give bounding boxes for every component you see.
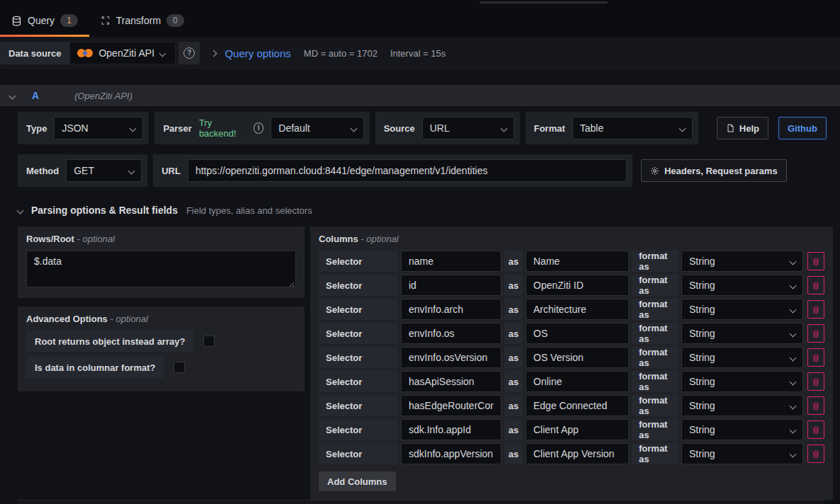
- datasource-help-button[interactable]: ?: [178, 42, 200, 64]
- rows-root-title: Rows/Root - optional: [26, 234, 296, 244]
- headers-request-params-button[interactable]: Headers, Request params: [641, 159, 787, 182]
- column-format-select[interactable]: String: [681, 299, 803, 320]
- column-selector-input[interactable]: [401, 275, 501, 296]
- column-alias-input[interactable]: [526, 299, 629, 320]
- format-as-label: format as: [632, 395, 679, 416]
- columns-panel: Columns - optional Selector as format as…: [310, 227, 833, 500]
- options-row-1: Type JSON Parser Try backend! i Default …: [18, 112, 824, 144]
- column-format-select[interactable]: String: [681, 251, 803, 272]
- column-alias-input[interactable]: [526, 395, 629, 416]
- trash-icon: [812, 257, 820, 266]
- delete-column-button[interactable]: [807, 252, 824, 270]
- column-alias-input[interactable]: [526, 347, 629, 368]
- trash-icon: [812, 305, 820, 314]
- headers-button-label: Headers, Request params: [664, 166, 778, 176]
- delete-column-button[interactable]: [807, 396, 824, 415]
- delete-column-button[interactable]: [807, 348, 824, 367]
- format-field-group: Format Table: [526, 112, 698, 144]
- column-format-select[interactable]: String: [681, 371, 803, 392]
- github-button[interactable]: Github: [778, 117, 827, 139]
- selector-label: Selector: [319, 419, 398, 440]
- max-data-points-text: MD = auto = 1702: [304, 48, 378, 59]
- column-alias-input[interactable]: [526, 275, 629, 296]
- selector-label: Selector: [319, 251, 398, 272]
- query-count-badge: 1: [60, 14, 78, 27]
- column-alias-input[interactable]: [526, 419, 629, 440]
- column-format-select[interactable]: String: [681, 443, 803, 464]
- format-as-label: format as: [632, 419, 679, 440]
- delete-column-button[interactable]: [807, 324, 824, 343]
- columnar-format-checkbox[interactable]: [174, 362, 185, 373]
- column-selector-input[interactable]: [401, 443, 501, 464]
- column-alias-input[interactable]: [526, 443, 629, 464]
- column-alias-input[interactable]: [526, 251, 629, 272]
- delete-column-button[interactable]: [807, 445, 824, 463]
- chevron-down-icon: [500, 125, 507, 132]
- delete-column-button[interactable]: [807, 300, 824, 319]
- column-selector-input[interactable]: [401, 371, 501, 392]
- column-format-select[interactable]: String: [681, 275, 803, 296]
- query-options-toggle[interactable]: Query options: [225, 47, 290, 59]
- column-row: Selector as format as String: [319, 371, 824, 392]
- source-label: Source: [384, 123, 415, 134]
- collapse-chevron-icon[interactable]: [9, 92, 16, 99]
- url-input[interactable]: [188, 159, 627, 182]
- chevron-down-icon: [790, 258, 797, 265]
- rows-root-input[interactable]: $.data: [26, 251, 296, 287]
- delete-column-button[interactable]: [807, 372, 824, 391]
- root-returns-object-checkbox[interactable]: [203, 336, 215, 347]
- parser-select[interactable]: Default: [271, 117, 363, 139]
- source-field-group: Source URL: [375, 112, 520, 144]
- add-columns-button[interactable]: Add Columns: [319, 471, 396, 491]
- type-field-group: Type JSON: [18, 112, 149, 144]
- datasource-picker[interactable]: OpenZiti API: [69, 42, 176, 64]
- chevron-down-icon: [790, 354, 797, 361]
- chevron-down-icon: [790, 306, 797, 313]
- optional-label: - optional: [77, 234, 115, 244]
- column-selector-input[interactable]: [401, 419, 501, 440]
- delete-column-button[interactable]: [807, 420, 824, 439]
- parsing-section-toggle[interactable]: Parsing options & Result fields Field ty…: [18, 202, 824, 218]
- query-row-header[interactable]: A (OpenZiti API): [0, 85, 840, 106]
- column-format-select[interactable]: String: [681, 323, 803, 344]
- as-label: as: [504, 299, 523, 320]
- type-select[interactable]: JSON: [54, 117, 143, 139]
- help-button[interactable]: Help: [717, 117, 768, 139]
- as-label: as: [504, 275, 523, 296]
- datasource-toolbar: Data source OpenZiti API ? Query options…: [0, 37, 840, 69]
- column-alias-input[interactable]: [526, 371, 629, 392]
- selector-label: Selector: [319, 323, 398, 344]
- delete-column-button[interactable]: [807, 276, 824, 294]
- gear-icon: [650, 166, 659, 176]
- trash-icon: [812, 281, 820, 290]
- chevron-down-icon: [679, 125, 686, 132]
- source-select[interactable]: URL: [422, 117, 514, 139]
- chevron-down-icon: [159, 50, 166, 57]
- column-selector-input[interactable]: [401, 299, 501, 320]
- parser-value: Default: [278, 122, 310, 134]
- column-format-select[interactable]: String: [681, 395, 803, 416]
- type-label: Type: [26, 123, 47, 134]
- method-select[interactable]: GET: [66, 159, 142, 182]
- chevron-down-icon: [790, 378, 797, 385]
- tab-query[interactable]: Query 1: [0, 4, 89, 37]
- column-alias-input[interactable]: [526, 323, 629, 344]
- info-circle-icon[interactable]: i: [254, 122, 264, 134]
- trash-icon: [812, 449, 820, 459]
- chevron-down-icon: [790, 330, 797, 337]
- as-label: as: [504, 323, 523, 344]
- column-format-select[interactable]: String: [681, 347, 803, 368]
- selector-label: Selector: [319, 371, 398, 392]
- chevron-right-icon: [210, 50, 217, 57]
- column-selector-input[interactable]: [401, 347, 501, 368]
- column-selector-input[interactable]: [401, 251, 501, 272]
- column-selector-input[interactable]: [401, 323, 501, 344]
- column-selector-input[interactable]: [401, 395, 501, 416]
- chevron-down-icon: [790, 282, 797, 289]
- tab-transform[interactable]: Transform 0: [89, 4, 195, 37]
- parser-field-group: Parser Try backend! i Default: [154, 112, 369, 144]
- selector-label: Selector: [319, 275, 398, 296]
- format-select[interactable]: Table: [572, 117, 693, 139]
- column-format-select[interactable]: String: [681, 419, 803, 440]
- interval-text: Interval = 15s: [390, 48, 445, 59]
